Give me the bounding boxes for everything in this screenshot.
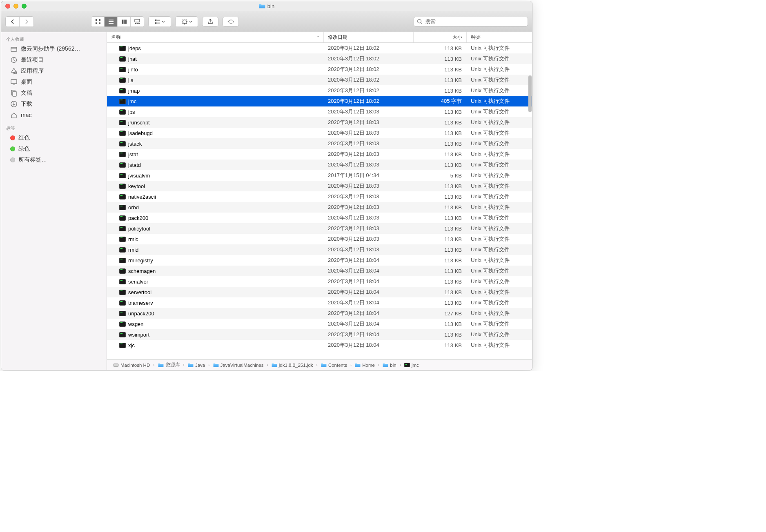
file-row[interactable]: unpack2002020年3月12日 18:04127 KBUnix 可执行文… — [107, 308, 532, 319]
column-view-button[interactable] — [118, 17, 131, 27]
file-row[interactable]: wsgen2020年3月12日 18:04113 KBUnix 可执行文件 — [107, 319, 532, 329]
file-name: orbd — [128, 204, 139, 211]
path-crumb[interactable]: JavaVirtualMachines — [211, 362, 266, 368]
file-row[interactable]: native2ascii2020年3月12日 18:03113 KBUnix 可… — [107, 191, 532, 202]
edit-tags-button[interactable] — [223, 17, 239, 27]
zoom-window-button[interactable] — [22, 4, 27, 9]
sidebar-item-home[interactable]: mac — [3, 110, 105, 120]
file-kind: Unix 可执行文件 — [467, 225, 532, 232]
path-crumb[interactable]: Home — [353, 362, 377, 368]
column-date[interactable]: 修改日期 — [324, 32, 414, 42]
file-size: 113 KB — [414, 342, 467, 348]
file-name: unpack200 — [128, 310, 154, 317]
svg-rect-4 — [109, 20, 114, 20]
file-size: 113 KB — [414, 300, 467, 306]
svg-rect-25 — [11, 80, 17, 84]
search-input[interactable] — [425, 18, 525, 24]
path-crumb[interactable]: jdk1.8.0_251.jdk — [269, 362, 315, 368]
file-row[interactable]: jvisualvm2017年1月15日 04:345 KBUnix 可执行文件 — [107, 170, 532, 181]
svg-rect-11 — [135, 23, 136, 24]
search-field[interactable] — [414, 17, 528, 27]
executable-icon — [404, 363, 410, 367]
home-icon — [10, 111, 18, 119]
svg-rect-7 — [122, 20, 123, 24]
file-row[interactable]: jdeps2020年3月12日 18:02113 KBUnix 可执行文件 — [107, 43, 532, 53]
icon-view-button[interactable] — [91, 17, 105, 27]
path-crumb-label: Home — [362, 363, 375, 368]
path-crumb[interactable]: 资源库 — [156, 361, 182, 368]
file-row[interactable]: jmc2020年3月12日 18:02405 字节Unix 可执行文件 — [107, 96, 532, 106]
file-row[interactable]: schemagen2020年3月12日 18:04113 KBUnix 可执行文… — [107, 266, 532, 276]
minimize-window-button[interactable] — [13, 4, 18, 9]
executable-icon — [119, 141, 126, 146]
file-kind: Unix 可执行文件 — [467, 193, 532, 200]
svg-rect-8 — [123, 20, 125, 24]
executable-icon — [119, 311, 126, 316]
sidebar-tag[interactable]: 绿色 — [3, 144, 105, 154]
list-view-button[interactable] — [105, 17, 118, 27]
file-row[interactable]: rmic2020年3月12日 18:03113 KBUnix 可执行文件 — [107, 234, 532, 244]
file-row[interactable]: rmid2020年3月12日 18:03113 KBUnix 可执行文件 — [107, 244, 532, 255]
close-window-button[interactable] — [5, 4, 10, 9]
sidebar-item-label: 文稿 — [21, 89, 32, 97]
executable-icon — [119, 173, 126, 178]
sidebar-item-download[interactable]: 下载 — [3, 99, 105, 109]
file-row[interactable]: jstack2020年3月12日 18:03113 KBUnix 可执行文件 — [107, 138, 532, 149]
file-row[interactable]: wsimport2020年3月12日 18:04113 KBUnix 可执行文件 — [107, 329, 532, 340]
column-name[interactable]: 名称⌃ — [107, 32, 324, 42]
main-pane: 名称⌃ 修改日期 大小 种类 jdeps2020年3月12日 18:02113 … — [107, 32, 532, 370]
path-crumb-label: jmc — [412, 363, 419, 368]
file-list[interactable]: jdeps2020年3月12日 18:02113 KBUnix 可执行文件jha… — [107, 43, 532, 359]
column-size[interactable]: 大小 — [414, 32, 467, 42]
file-row[interactable]: jhat2020年3月12日 18:02113 KBUnix 可执行文件 — [107, 53, 532, 64]
scrollbar-thumb[interactable] — [528, 75, 532, 112]
back-button[interactable] — [6, 17, 20, 27]
sidebar-item-desktop[interactable]: 桌面 — [3, 77, 105, 87]
sidebar-tag[interactable]: 所有标签… — [3, 155, 105, 165]
executable-icon — [119, 88, 126, 93]
file-row[interactable]: jinfo2020年3月12日 18:02113 KBUnix 可执行文件 — [107, 64, 532, 75]
path-crumb[interactable]: Java — [186, 362, 207, 368]
gallery-view-button[interactable] — [131, 17, 144, 27]
file-size: 113 KB — [414, 204, 467, 211]
sidebar-item-folder[interactable]: 微云同步助手 (29562… — [3, 44, 105, 54]
file-kind: Unix 可执行文件 — [467, 320, 532, 328]
svg-rect-15 — [155, 22, 156, 24]
file-row[interactable]: servertool2020年3月12日 18:04113 KBUnix 可执行… — [107, 287, 532, 297]
file-row[interactable]: jmap2020年3月12日 18:02113 KBUnix 可执行文件 — [107, 85, 532, 96]
file-row[interactable]: serialver2020年3月12日 18:04113 KBUnix 可执行文… — [107, 276, 532, 287]
path-crumb[interactable]: Contents — [319, 362, 349, 368]
path-crumb[interactable]: Macintosh HD — [111, 362, 152, 368]
column-kind[interactable]: 种类 — [467, 32, 532, 42]
file-row[interactable]: jjs2020年3月12日 18:02113 KBUnix 可执行文件 — [107, 75, 532, 85]
file-row[interactable]: policytool2020年3月12日 18:03113 KBUnix 可执行… — [107, 223, 532, 234]
file-row[interactable]: orbd2020年3月12日 18:03113 KBUnix 可执行文件 — [107, 202, 532, 213]
file-name: policytool — [128, 226, 150, 232]
path-crumb[interactable]: bin — [381, 362, 398, 368]
file-kind: Unix 可执行文件 — [467, 161, 532, 168]
file-row[interactable]: jsadebugd2020年3月12日 18:03113 KBUnix 可执行文… — [107, 128, 532, 138]
file-size: 113 KB — [414, 66, 467, 73]
finder-window: bin 个人收藏 微云同步助手 (29562…最 — [1, 1, 532, 370]
forward-button[interactable] — [20, 17, 33, 27]
file-row[interactable]: keytool2020年3月12日 18:03113 KBUnix 可执行文件 — [107, 181, 532, 191]
sidebar-tag[interactable]: 红色 — [3, 133, 105, 143]
share-button[interactable] — [202, 17, 218, 27]
file-row[interactable]: jstatd2020年3月12日 18:03113 KBUnix 可执行文件 — [107, 160, 532, 170]
file-size: 113 KB — [414, 141, 467, 147]
file-row[interactable]: jstat2020年3月12日 18:03113 KBUnix 可执行文件 — [107, 149, 532, 160]
folder-icon — [10, 45, 18, 53]
file-row[interactable]: pack2002020年3月12日 18:03113 KBUnix 可执行文件 — [107, 213, 532, 223]
sidebar-item-clock[interactable]: 最近项目 — [3, 55, 105, 65]
clock-icon — [10, 56, 18, 64]
file-row[interactable]: tnameserv2020年3月12日 18:04113 KBUnix 可执行文… — [107, 297, 532, 308]
file-row[interactable]: rmiregistry2020年3月12日 18:04113 KBUnix 可执… — [107, 255, 532, 266]
sidebar-item-apps[interactable]: 应用程序 — [3, 66, 105, 76]
file-row[interactable]: jrunscript2020年3月12日 18:03113 KBUnix 可执行… — [107, 117, 532, 128]
file-row[interactable]: xjc2020年3月12日 18:04113 KBUnix 可执行文件 — [107, 340, 532, 350]
group-by-button[interactable] — [148, 16, 171, 27]
path-crumb[interactable]: jmc — [402, 362, 421, 368]
file-row[interactable]: jps2020年3月12日 18:03113 KBUnix 可执行文件 — [107, 106, 532, 117]
action-menu-button[interactable] — [175, 16, 198, 27]
sidebar-item-docs[interactable]: 文稿 — [3, 88, 105, 98]
